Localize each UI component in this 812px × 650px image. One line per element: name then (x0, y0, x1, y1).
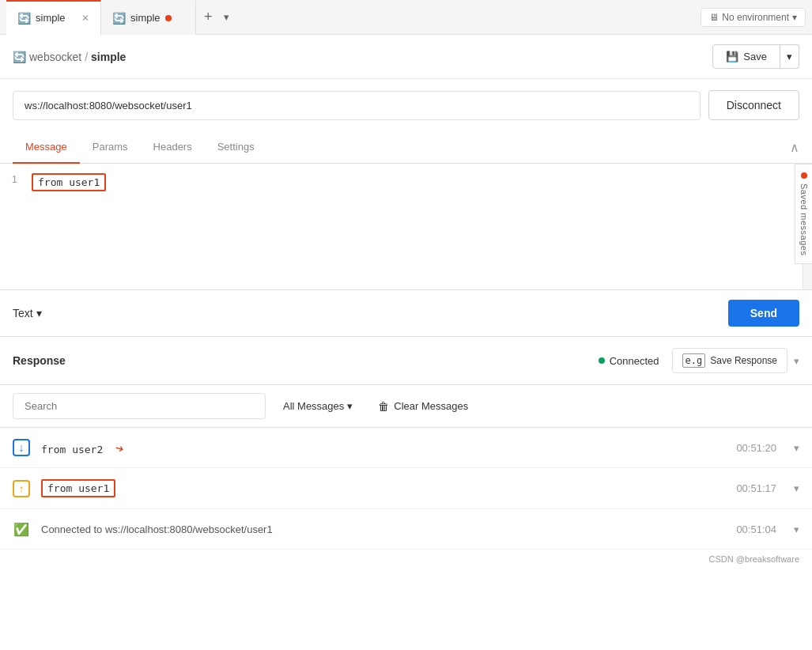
messages-list: ↓ from user2 ➔ 00:51:20 ▾ ↑ from user1 0… (0, 428, 812, 550)
message-time-1: 00:51:20 (736, 442, 776, 454)
header: 🔄 websocket / simple 💾 Save ▾ (0, 35, 812, 79)
message-expand-1[interactable]: ▾ (794, 442, 799, 454)
env-label: No environment (722, 12, 789, 23)
breadcrumb-separator: / (85, 51, 88, 63)
response-title: Response (13, 354, 66, 367)
url-bar: Disconnect (0, 79, 812, 131)
tab-label-1: simple (36, 12, 66, 24)
connected-label: Connected (610, 355, 659, 367)
bottom-toolbar: Text ▾ Send (0, 290, 812, 337)
tab-add-button[interactable]: + (196, 9, 221, 25)
send-button[interactable]: Send (728, 300, 799, 327)
header-actions: 💾 Save ▾ (712, 44, 799, 69)
watermark: CSDN @breaksoftware (0, 550, 812, 569)
tab-icon-1: 🔄 (17, 12, 31, 25)
tab-message[interactable]: Message (13, 131, 80, 164)
tab-icon-2: 🔄 (112, 12, 126, 25)
saved-messages-label: Saved messages (799, 183, 809, 255)
line-numbers: 1 (0, 164, 24, 289)
env-icon: 🖥 (709, 12, 719, 23)
tab-simple-1[interactable]: 🔄 simple ✕ (6, 0, 101, 35)
save-response-icon: e.g (682, 353, 706, 368)
tab-settings[interactable]: Settings (205, 131, 267, 164)
arrow-annotation: ➔ (114, 438, 127, 456)
environment-selector[interactable]: 🖥 No environment ▾ (701, 8, 806, 27)
line-number-1: 1 (6, 173, 17, 185)
text-format-dropdown[interactable]: Text ▾ (13, 307, 42, 319)
text-format-chevron: ▾ (36, 307, 42, 319)
trash-icon: 🗑 (378, 400, 389, 413)
sent-icon-2: ↑ (13, 480, 30, 497)
save-icon: 💾 (726, 51, 738, 62)
connected-icon-3: ✅ (13, 520, 30, 538)
message-time-3: 00:51:04 (736, 523, 776, 535)
message-row-1: ↓ from user2 ➔ 00:51:20 ▾ (0, 428, 812, 468)
clear-messages-label: Clear Messages (394, 400, 468, 412)
tab-bar: 🔄 simple ✕ 🔄 simple + ▾ 🖥 No environment… (0, 0, 812, 35)
url-input[interactable] (13, 91, 701, 120)
message-time-2: 00:51:17 (736, 482, 776, 494)
tab-headers[interactable]: Headers (141, 131, 205, 164)
message-text-1: from user2 ➔ (41, 440, 725, 456)
all-messages-label: All Messages (283, 400, 344, 412)
tab-simple-2[interactable]: 🔄 simple (101, 0, 196, 35)
tab-params[interactable]: Params (80, 131, 141, 164)
connected-dot (599, 357, 605, 364)
response-collapse-button[interactable]: ▾ (794, 355, 799, 367)
breadcrumb-parent: websocket (29, 51, 81, 63)
saved-dot (801, 172, 807, 179)
save-button[interactable]: 💾 Save (712, 44, 780, 69)
message-tabs: Message Params Headers Settings ∧ (0, 131, 812, 164)
message-expand-3[interactable]: ▾ (794, 523, 799, 535)
watermark-text: CSDN @breaksoftware (709, 554, 799, 564)
tab-close-1[interactable]: ✕ (81, 13, 89, 24)
breadcrumb: 🔄 websocket / simple (13, 51, 126, 63)
editor-area: 1 from user1 Saved messages (0, 164, 812, 290)
env-chevron: ▾ (792, 12, 797, 23)
search-input[interactable] (13, 393, 266, 419)
message-row-3: ✅ Connected to ws://localhost:8080/webso… (0, 509, 812, 550)
message-text-2: from user1 (41, 479, 115, 497)
code-editor[interactable]: from user1 (24, 164, 803, 289)
message-row-2: ↑ from user1 00:51:17 ▾ (0, 468, 812, 509)
received-icon-1: ↓ (13, 439, 30, 456)
search-bar: All Messages ▾ 🗑 Clear Messages (0, 385, 812, 428)
save-label: Save (743, 51, 767, 62)
connected-status: Connected (599, 355, 659, 367)
code-highlighted-text: from user1 (32, 173, 106, 191)
saved-messages-tab[interactable]: Saved messages (795, 164, 812, 264)
message-text-3: Connected to ws://localhost:8080/websock… (41, 523, 273, 535)
websocket-icon: 🔄 (13, 51, 26, 63)
tab-dropdown-button[interactable]: ▾ (224, 11, 229, 23)
tabs-collapse-button[interactable]: ∧ (790, 140, 799, 155)
tab-label-2: simple (130, 12, 161, 24)
breadcrumb-current: simple (91, 51, 126, 63)
text-format-label: Text (13, 307, 33, 319)
disconnect-button[interactable]: Disconnect (708, 90, 799, 120)
save-response-button[interactable]: e.g Save Response (672, 348, 787, 373)
all-messages-chevron: ▾ (347, 400, 353, 412)
clear-messages-button[interactable]: 🗑 Clear Messages (370, 395, 476, 418)
save-dropdown-button[interactable]: ▾ (780, 44, 799, 69)
tab-unsaved-dot (165, 15, 172, 21)
save-response-label: Save Response (710, 355, 777, 366)
response-header: Response Connected e.g Save Response ▾ (0, 337, 812, 385)
all-messages-dropdown[interactable]: All Messages ▾ (275, 395, 361, 417)
message-expand-2[interactable]: ▾ (794, 482, 799, 494)
